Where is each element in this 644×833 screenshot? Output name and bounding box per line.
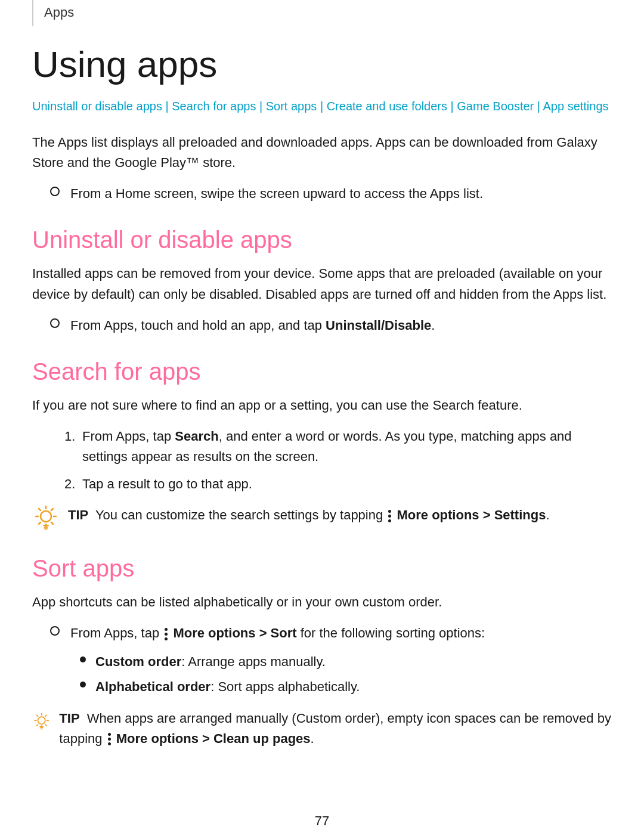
separator-3: | [317,100,326,113]
uninstall-bullet-item: From Apps, touch and hold an app, and ta… [50,315,612,336]
bullet-circle-sort [50,626,60,636]
section-heading-uninstall: Uninstall or disable apps [32,225,612,254]
sort-bullet-item: From Apps, tap More options > Sort for t… [50,623,612,643]
intro-bullet-item: From a Home screen, swipe the screen upw… [50,184,612,204]
sort-tip-label: TIP [59,711,79,726]
tip-lightbulb-icon-sort [32,708,51,736]
sort-tip-text: TIP When apps are arranged manually (Cus… [59,708,612,749]
quick-link-gamebooster[interactable]: Game Booster [457,100,534,113]
search-step-2: 2. Tap a result to go to that app. [64,474,612,494]
svg-point-0 [41,511,51,522]
tip-lightbulb-icon-search [32,505,60,532]
bullet-circle-uninstall [50,318,60,328]
page-title: Using apps [32,44,612,85]
step-2-text: Tap a result to go to that app. [82,474,252,494]
svg-line-18 [45,724,47,726]
sort-body-text: App shortcuts can be listed alphabetical… [32,592,612,612]
main-content: Using apps Uninstall or disable apps | S… [0,26,644,795]
quick-link-appsettings[interactable]: App settings [543,100,608,113]
quick-link-sort[interactable]: Sort apps [266,100,317,113]
breadcrumb: Apps [32,0,612,26]
sort-sub-bullet-custom: Custom order: Arrange apps manually. [80,652,612,672]
section-heading-sort: Sort apps [32,554,612,583]
quick-links: Uninstall or disable apps | Search for a… [32,97,612,116]
svg-line-5 [39,509,41,510]
sort-dots-icon [165,627,168,640]
quick-link-folders[interactable]: Create and use folders [327,100,447,113]
sort-bullet-text: From Apps, tap More options > Sort for t… [70,623,485,643]
search-tip-bold: More options > Settings [397,507,546,522]
quick-link-search[interactable]: Search for apps [172,100,256,113]
page-container: Apps Using apps Uninstall or disable app… [0,0,644,833]
page-number: 77 [315,813,329,828]
quick-link-uninstall[interactable]: Uninstall or disable apps [32,100,162,113]
page-footer: 77 [0,795,644,833]
svg-line-20 [36,724,38,726]
sort-custom-bold: Custom order [95,654,181,669]
sort-tip-box: TIP When apps are arranged manually (Cus… [32,708,612,749]
uninstall-body-text: Installed apps can be removed from your … [32,264,612,304]
search-tip-box: TIP You can customize the search setting… [32,505,612,532]
bullet-circle-icon [50,187,60,196]
search-tip-label: TIP [68,507,88,522]
sort-tip-bold: More options > Clean up pages [116,731,311,746]
search-tip-text: TIP You can customize the search setting… [68,505,550,525]
search-bold: Search [175,429,218,444]
uninstall-bullet-text: From Apps, touch and hold an app, and ta… [70,315,435,336]
breadcrumb-label: Apps [44,5,74,20]
svg-line-7 [51,509,53,510]
separator-1: | [162,100,172,113]
separator-2: | [256,100,265,113]
sort-tip-dots-icon [108,733,111,746]
sort-alpha-bold: Alphabetical order [95,679,210,694]
section-heading-search: Search for apps [32,357,612,386]
svg-point-12 [38,717,45,724]
uninstall-bold-text: Uninstall/Disable [326,318,431,333]
svg-line-17 [36,715,38,716]
step-1-num: 1. [64,426,82,447]
separator-5: | [534,100,543,113]
sort-alpha-text: Alphabetical order: Sort apps alphabetic… [95,677,360,697]
svg-line-19 [45,715,47,716]
search-tip-dots-icon [388,509,391,522]
search-body-text: If you are not sure where to find an app… [32,395,612,416]
sort-bold-options: More options > Sort [173,625,296,640]
intro-text: The Apps list displays all preloaded and… [32,132,612,173]
sub-bullet-dot-1 [80,657,86,662]
step-1-text: From Apps, tap Search, and enter a word … [82,426,612,467]
sub-bullet-dot-2 [80,682,86,688]
intro-bullet-text: From a Home screen, swipe the screen upw… [70,184,483,204]
sort-sub-bullet-alpha: Alphabetical order: Sort apps alphabetic… [80,677,612,697]
search-step-1: 1. From Apps, tap Search, and enter a wo… [64,426,612,467]
sort-custom-text: Custom order: Arrange apps manually. [95,652,326,672]
step-2-num: 2. [64,474,82,494]
svg-line-8 [39,522,41,524]
search-numbered-list: 1. From Apps, tap Search, and enter a wo… [64,426,612,494]
separator-4: | [447,100,457,113]
svg-line-6 [51,522,53,524]
